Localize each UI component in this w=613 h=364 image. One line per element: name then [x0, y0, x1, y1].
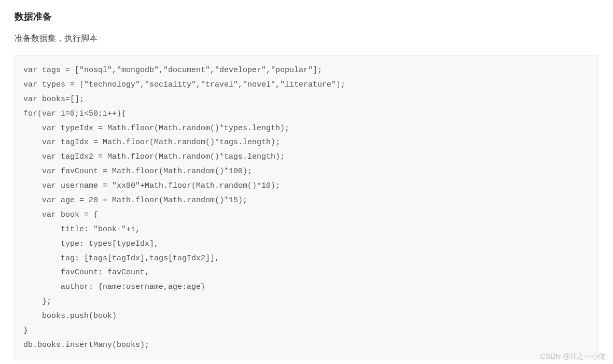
section-title: 数据准备 [15, 10, 598, 23]
section-subtitle: 准备数据集，执行脚本 [15, 33, 598, 44]
code-block[interactable]: var tags = ["nosql","mongodb","document"… [15, 55, 598, 360]
